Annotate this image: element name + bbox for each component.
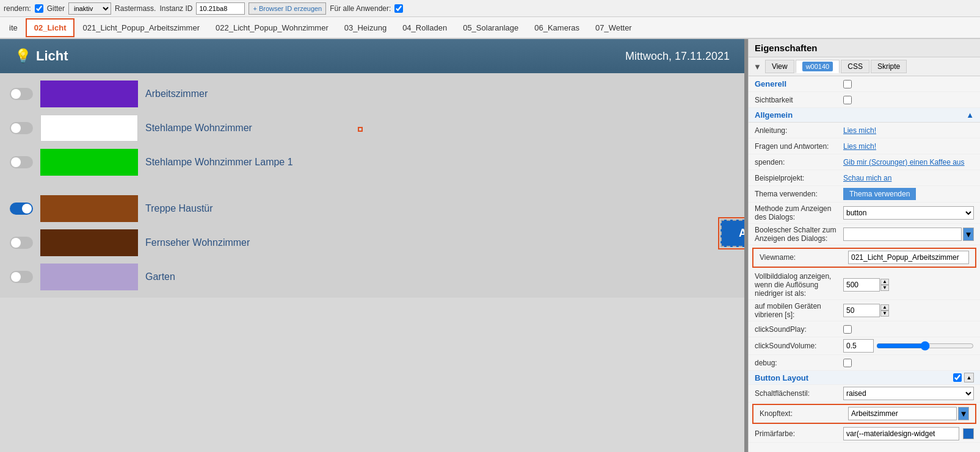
primaerfarbe-preview[interactable] bbox=[963, 428, 974, 439]
boolescher-input[interactable] bbox=[843, 228, 962, 241]
boolescher-pick-btn[interactable]: ▼ bbox=[963, 228, 974, 241]
vibrieren-row: auf mobilen Geräten vibrieren [s]: 50 ▲ … bbox=[749, 300, 980, 321]
all-users-checkbox[interactable] bbox=[394, 4, 403, 13]
sub-tab-view[interactable]: View bbox=[765, 60, 794, 73]
primaerfarbe-row: Primärfarbe: var(--materialdesign-widget bbox=[749, 425, 980, 443]
light-row: Treppe Haustür bbox=[5, 193, 739, 224]
allgemein-section: Allgemein ▲ bbox=[749, 108, 980, 123]
spenden-row: spenden: Gib mir (Scrounger) einen Kaffe… bbox=[749, 154, 980, 170]
grid-select[interactable]: inaktiv bbox=[68, 2, 111, 15]
boolescher-input-wrap: ▼ bbox=[843, 228, 974, 241]
vollbild-down[interactable]: ▼ bbox=[880, 285, 889, 291]
spacer bbox=[5, 181, 739, 190]
light-row: Stehlampe Wohnzimmer bbox=[5, 112, 739, 144]
allgemein-toggle[interactable]: ▲ bbox=[966, 110, 974, 120]
vibrieren-up[interactable]: ▲ bbox=[880, 304, 889, 310]
view-panel: 💡 Licht Mittwoch, 17.11.2021 Arbeitszimm… bbox=[0, 39, 744, 452]
tab-021-licht-popup-arbeitszimmer[interactable]: 021_Licht_Popup_Arbeitszimmer bbox=[74, 19, 208, 37]
label-arbeitszimmer: Arbeitszimmer bbox=[145, 88, 208, 99]
tab-02-licht[interactable]: 02_Licht bbox=[26, 18, 75, 37]
spenden-link[interactable]: Gib mir (Scrounger) einen Kaffee aus bbox=[843, 158, 965, 167]
tab-04-rolladen[interactable]: 04_Rolladen bbox=[394, 19, 455, 37]
sub-tab-w00140[interactable]: w00140 bbox=[796, 60, 840, 73]
sub-tab-css[interactable]: CSS bbox=[841, 60, 869, 73]
browser-id-btn[interactable]: + Browser ID erzeugen bbox=[249, 2, 326, 15]
generell-checkbox[interactable] bbox=[843, 80, 852, 88]
primaerfarbe-wrap: var(--materialdesign-widget bbox=[843, 427, 974, 440]
debug-row: debug: bbox=[749, 355, 980, 371]
color-block-stehlampe-lampe1 bbox=[40, 149, 138, 176]
viewname-input-wrap: 021_Licht_Popup_Arbeitszimmer bbox=[848, 251, 969, 264]
toggle-stehlampe-wohnzimmer[interactable] bbox=[10, 122, 33, 134]
sichtbarkeit-checkbox[interactable] bbox=[843, 96, 852, 104]
view-title: 💡 Licht bbox=[15, 48, 68, 64]
toggle-garten[interactable] bbox=[10, 271, 33, 283]
grid-label: Gitter bbox=[47, 4, 65, 13]
clickvolume-row: clickSoundVolume: 0.5 bbox=[749, 337, 980, 355]
filter-icon: ▼ bbox=[753, 62, 761, 71]
tab-022-licht-popup-wohnzimmer[interactable]: 022_Licht_Popup_Wohnzimmer bbox=[208, 19, 336, 37]
toggle-fernseher-wohnzimmer[interactable] bbox=[10, 237, 33, 249]
boolescher-label: Boolescher Schalter zum Anzeigen des Dia… bbox=[755, 226, 843, 243]
knopftext-pick-btn[interactable]: ▼ bbox=[958, 407, 969, 420]
vibrieren-spinners: ▲ ▼ bbox=[880, 304, 889, 317]
anleitung-row: Anleitung: Lies mich! bbox=[749, 123, 980, 138]
tab-06-kameras[interactable]: 06_Kameras bbox=[526, 19, 587, 37]
vollbild-up[interactable]: ▲ bbox=[880, 279, 889, 285]
instance-input[interactable] bbox=[196, 2, 245, 15]
clickvolume-wrap: 0.5 bbox=[843, 339, 974, 353]
label-stehlampe-wohnzimmer-lampe1: Stehlampe Wohnzimmer Lampe 1 bbox=[145, 157, 293, 168]
clicksound-row: clickSoundPlay: bbox=[749, 321, 980, 337]
toggle-treppe-haustuer[interactable] bbox=[10, 203, 33, 215]
clicksound-checkbox[interactable] bbox=[843, 325, 852, 334]
tab-07-wetter[interactable]: 07_Wetter bbox=[587, 19, 640, 37]
clickvolume-input[interactable]: 0.5 bbox=[843, 339, 874, 353]
grid-checkbox[interactable] bbox=[35, 4, 43, 13]
properties-title: Eigenschaften bbox=[749, 39, 980, 57]
methode-select[interactable]: button dialog popup bbox=[843, 206, 974, 220]
knopftext-input-wrap: Arbeitszimmer ▼ bbox=[848, 407, 969, 420]
methode-label: Methode zum Anzeigen des Dialogs: bbox=[755, 204, 843, 221]
view-header: 💡 Licht Mittwoch, 17.11.2021 bbox=[0, 39, 744, 73]
knopftext-label: Knopftext: bbox=[760, 409, 848, 418]
light-row: Fernseher Wohnzimmer bbox=[5, 227, 739, 259]
light-row: Stehlampe Wohnzimmer Lampe 1 bbox=[5, 146, 739, 178]
knopftext-input[interactable]: Arbeitszimmer bbox=[848, 407, 957, 420]
toggle-stehlampe-wohnzimmer-lampe1[interactable] bbox=[10, 156, 33, 168]
fragen-label: Fragen und Antworten: bbox=[755, 142, 843, 151]
toggle-arbeitszimmer[interactable] bbox=[10, 88, 33, 100]
tabs-row: ite 02_Licht 021_Licht_Popup_Arbeitszimm… bbox=[0, 17, 980, 39]
tab-05-solaranlage[interactable]: 05_Solaranlage bbox=[455, 19, 526, 37]
vollbild-input[interactable]: 500 bbox=[843, 278, 880, 292]
clickvolume-label: clickSoundVolume: bbox=[755, 342, 843, 350]
knopftext-section: Knopftext: Arbeitszimmer ▼ bbox=[752, 404, 976, 424]
anleitung-link[interactable]: Lies mich! bbox=[843, 126, 876, 135]
beispielprojekt-link[interactable]: Schau mich an bbox=[843, 174, 891, 182]
popup-button-arbeitszimmer[interactable]: Arbeitszimmer bbox=[720, 220, 744, 247]
primaerfarbe-input[interactable]: var(--materialdesign-widget bbox=[843, 427, 959, 440]
light-row: Arbeitszimmer bbox=[5, 78, 739, 110]
vibrieren-input[interactable]: 50 bbox=[843, 304, 880, 317]
thema-btn[interactable]: Thema verwenden bbox=[843, 188, 916, 200]
tab-03-heizung[interactable]: 03_Heizung bbox=[336, 19, 394, 37]
label-garten: Garten bbox=[145, 271, 175, 282]
tab-ite[interactable]: ite bbox=[1, 19, 26, 37]
knopftext-row: Knopftext: Arbeitszimmer ▼ bbox=[753, 405, 975, 423]
clickvolume-slider[interactable] bbox=[876, 341, 974, 351]
vibrieren-label: auf mobilen Geräten vibrieren [s]: bbox=[755, 302, 843, 319]
sub-tab-skripte[interactable]: Skripte bbox=[871, 60, 907, 73]
all-users-label: Für alle Anwender: bbox=[330, 4, 391, 13]
generell-label: Generell bbox=[755, 79, 843, 88]
schaltflaeche-select[interactable]: raised flat outlined bbox=[843, 387, 974, 400]
viewname-input[interactable]: 021_Licht_Popup_Arbeitszimmer bbox=[848, 251, 969, 264]
label-treppe-haustuer: Treppe Haustür bbox=[145, 203, 213, 214]
debug-label: debug: bbox=[755, 359, 843, 367]
debug-checkbox[interactable] bbox=[843, 359, 852, 367]
sichtbarkeit-row: Sichtbarkeit bbox=[749, 92, 980, 108]
label-fernseher-wohnzimmer: Fernseher Wohnzimmer bbox=[145, 237, 250, 248]
button-layout-checkbox[interactable] bbox=[953, 373, 962, 382]
button-layout-scroll-up[interactable]: ▲ bbox=[964, 373, 974, 382]
fragen-link[interactable]: Lies mich! bbox=[843, 142, 876, 151]
thema-label: Thema verwenden: bbox=[755, 190, 843, 198]
vibrieren-down[interactable]: ▼ bbox=[880, 310, 889, 317]
